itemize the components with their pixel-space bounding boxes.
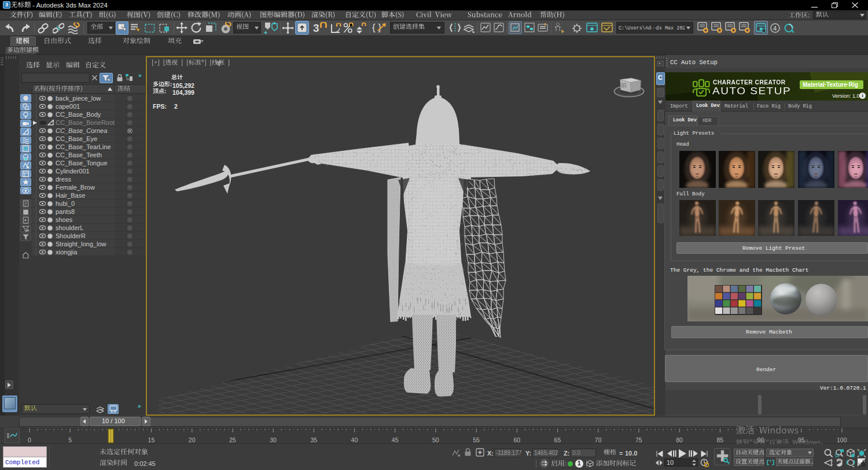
svg-text:4: 4 [773,25,777,32]
